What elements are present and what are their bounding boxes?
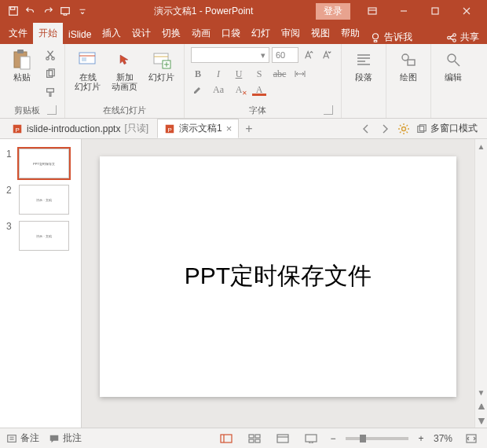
highlight-icon[interactable] (191, 83, 205, 96)
redo-icon[interactable] (39, 2, 57, 20)
spacing-icon[interactable] (293, 68, 307, 80)
format-painter-icon[interactable] (42, 85, 58, 101)
online-slides-button[interactable]: 在线 幻灯片 (71, 47, 104, 93)
thumbnail-pane[interactable]: 1PPT定时保存文 2演示 · 文稿 3演示 · 文稿 (0, 139, 82, 428)
share-button[interactable]: 共享 (438, 31, 487, 44)
maximize-icon[interactable] (419, 0, 451, 22)
svg-rect-37 (277, 435, 288, 442)
login-button[interactable]: 登录 (316, 3, 350, 20)
strike-icon[interactable]: abc (273, 68, 287, 80)
grow-font-icon[interactable] (301, 47, 317, 63)
scroll-down-icon[interactable]: ▼ (475, 385, 487, 399)
svg-rect-2 (61, 8, 70, 14)
underline-icon[interactable]: U (232, 68, 246, 80)
italic-icon[interactable]: I (211, 68, 225, 80)
slideshow-view-icon[interactable] (302, 431, 320, 446)
shrink-font-icon[interactable] (319, 47, 335, 63)
nav-left-icon[interactable] (360, 123, 372, 135)
tab-help[interactable]: 帮助 (335, 23, 365, 44)
svg-rect-18 (82, 57, 86, 61)
save-icon[interactable] (5, 2, 22, 20)
notes-button[interactable]: 备注 (6, 431, 39, 445)
zoom-in-icon[interactable]: + (418, 433, 424, 444)
svg-rect-22 (408, 60, 415, 65)
paragraph-button[interactable]: 段落 (348, 47, 379, 83)
tell-me[interactable]: 告诉我 (365, 31, 417, 44)
slide[interactable]: PPT定时保存文件 (100, 156, 456, 397)
notes-label: 备注 (20, 431, 39, 445)
font-family-input[interactable]: ▾ (191, 47, 269, 63)
zoom-out-icon[interactable]: − (330, 433, 336, 444)
thumb-3[interactable]: 3演示 · 文稿 (0, 218, 81, 254)
minimize-icon[interactable] (388, 0, 419, 22)
doctab-close-icon[interactable]: × (226, 123, 233, 134)
editing-label: 编辑 (445, 72, 462, 82)
svg-rect-4 (432, 8, 438, 14)
zoom-value[interactable]: 37% (434, 433, 452, 444)
tab-slideshow[interactable]: 幻灯 (246, 23, 276, 44)
normal-view-icon[interactable] (217, 431, 236, 446)
document-tabs: P islide-introduction.pptx [只读] P 演示文稿1 … (0, 119, 487, 139)
tab-review[interactable]: 审阅 (276, 23, 306, 44)
slide-canvas[interactable]: PPT定时保存文件 (82, 139, 474, 428)
new-slide-button[interactable]: 幻灯片 (145, 47, 178, 83)
scroll-up-icon[interactable]: ▲ (475, 139, 487, 153)
qat-dropdown-icon[interactable] (74, 2, 91, 20)
tab-insert[interactable]: 插入 (97, 23, 126, 44)
zoom-slider[interactable] (346, 437, 408, 440)
tab-design[interactable]: 设计 (126, 23, 156, 44)
svg-rect-16 (47, 89, 54, 92)
gear-icon[interactable] (397, 123, 410, 135)
prev-slide-icon[interactable]: ⯅ (475, 399, 487, 413)
group-drawing: 绘图 (386, 44, 431, 118)
clear-format-icon[interactable]: A✕ (232, 83, 246, 96)
editing-button[interactable]: 编辑 (438, 47, 469, 83)
fit-window-icon[interactable] (462, 431, 481, 446)
ribbon-display-icon[interactable] (357, 0, 388, 22)
tab-view[interactable]: 视图 (306, 23, 335, 44)
drawing-button[interactable]: 绘图 (393, 47, 424, 83)
svg-point-12 (46, 57, 49, 61)
multi-window-button[interactable]: 多窗口模式 (416, 122, 478, 135)
thumb-2[interactable]: 2演示 · 文稿 (0, 182, 81, 218)
doctab-add-icon[interactable]: + (240, 122, 257, 136)
cut-icon[interactable] (42, 47, 58, 63)
close-icon[interactable] (451, 0, 482, 22)
font-size-input[interactable]: 60 (272, 47, 298, 63)
doctab-2[interactable]: P 演示文稿1 × (157, 119, 239, 138)
tab-file[interactable]: 文件 (3, 23, 33, 44)
svg-point-28 (402, 127, 406, 130)
bold-icon[interactable]: B (191, 68, 205, 80)
svg-rect-32 (221, 435, 232, 442)
doctab-1[interactable]: P islide-introduction.pptx [只读] (5, 119, 156, 138)
tab-islide[interactable]: iSlide (63, 25, 97, 44)
change-case-icon[interactable]: Aa (211, 83, 225, 96)
undo-icon[interactable] (22, 2, 39, 20)
group-font-label: 字体 (191, 103, 324, 116)
thumb-1[interactable]: 1PPT定时保存文 (0, 145, 81, 182)
vertical-scrollbar[interactable]: ▲ ▼ ⯅ ⯆ (474, 139, 487, 428)
tab-pocket[interactable]: 口袋 (216, 23, 246, 44)
copy-icon[interactable] (42, 66, 58, 82)
slide-title-text[interactable]: PPT定时保存文件 (185, 260, 372, 292)
paste-button[interactable]: 粘贴 (6, 47, 38, 83)
clipboard-launcher-icon[interactable] (47, 105, 57, 115)
tab-transitions[interactable]: 切换 (156, 23, 186, 44)
shadow-icon[interactable]: S (252, 68, 266, 80)
reading-view-icon[interactable] (273, 431, 292, 446)
svg-rect-1 (11, 7, 15, 10)
next-slide-icon[interactable]: ⯆ (475, 413, 487, 428)
tab-home[interactable]: 开始 (33, 23, 63, 44)
font-color-icon[interactable]: A (252, 83, 266, 96)
tab-animations[interactable]: 动画 (186, 23, 216, 44)
svg-rect-10 (17, 50, 24, 53)
font-launcher-icon[interactable] (324, 105, 333, 115)
new-slide-label: 幻灯片 (148, 72, 174, 82)
multi-window-label: 多窗口模式 (430, 122, 478, 135)
comments-button[interactable]: 批注 (49, 431, 82, 445)
sorter-view-icon[interactable] (245, 431, 264, 446)
start-from-beginning-icon[interactable] (57, 2, 74, 20)
new-anim-button[interactable]: 新加 动画页 (108, 47, 141, 93)
svg-rect-36 (255, 439, 260, 442)
nav-right-icon[interactable] (379, 123, 391, 135)
